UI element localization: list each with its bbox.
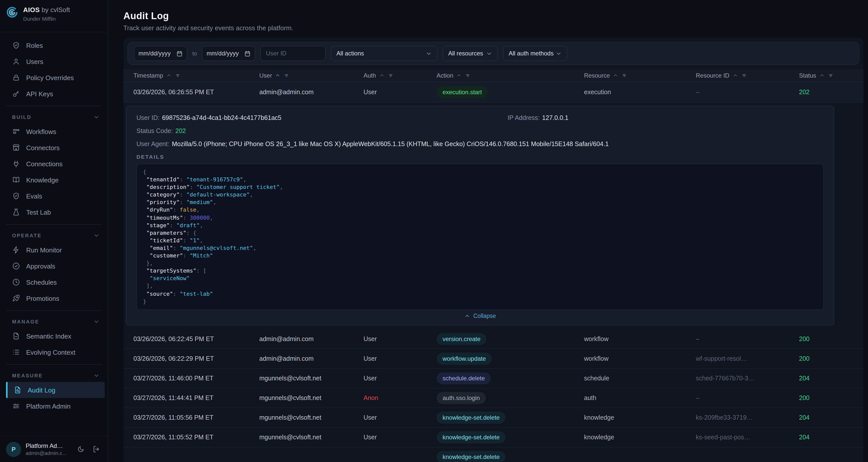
sidebar-item-policy-overrides[interactable]: Policy Overrides — [0, 69, 108, 86]
avatar[interactable]: P — [6, 441, 21, 457]
action-badge: execution.start — [436, 86, 488, 98]
user-email: admin@admin.c… — [26, 451, 70, 456]
chevron-up-icon — [613, 73, 619, 78]
sidebar-item-run-monitor[interactable]: Run Monitor — [0, 242, 108, 258]
chevron-down-icon — [555, 50, 562, 57]
date-to-value: mm/dd/yyyy — [207, 50, 239, 57]
audit-log-row[interactable]: 03/26/2026, 06:22:45 PM ETadmin@admin.co… — [123, 329, 864, 349]
sidebar-item-schedules[interactable]: Schedules — [0, 274, 108, 290]
audit-log-row[interactable]: 03/27/2026, 11:44:41 PM ETmgunnels@cvlso… — [123, 388, 864, 408]
audit-log-row[interactable]: 03/26/2026, 06:22:29 PM ETadmin@admin.co… — [123, 349, 864, 369]
column-header-auth[interactable]: Auth — [364, 72, 436, 79]
cell-resource: execution — [584, 89, 696, 96]
cell-action: knowledge-set.delete — [436, 431, 584, 443]
sidebar-section-manage[interactable]: MANAGE — [0, 315, 108, 328]
column-label: Resource — [584, 72, 610, 79]
cell-timestamp: 03/26/2026, 06:22:29 PM ET — [133, 355, 259, 362]
date-to-input[interactable]: mm/dd/yyyy — [202, 46, 255, 61]
cell-auth: User — [364, 434, 436, 441]
actions-select[interactable]: All actions — [331, 46, 437, 61]
sidebar-item-test-lab[interactable]: Test Lab — [0, 204, 108, 220]
column-label: Resource ID — [696, 72, 729, 79]
audit-log-row[interactable]: 03/26/2026, 06:26:55 PM ETadmin@admin.co… — [123, 82, 864, 103]
sidebar-item-platform-admin[interactable]: Platform Admin — [0, 398, 108, 414]
audit-log-row[interactable]: 03/27/2026, 11:05:56 PM ETmgunnels@cvlso… — [123, 408, 864, 428]
column-header-timestamp[interactable]: Timestamp — [133, 72, 259, 79]
sidebar-item-evolving-context[interactable]: Evolving Context — [0, 344, 108, 360]
cell-action: workflow.update — [436, 352, 584, 365]
sidebar-item-users[interactable]: Users — [0, 53, 108, 69]
sidebar-item-label: Semantic Index — [26, 332, 71, 340]
sidebar-item-label: Platform Admin — [26, 402, 70, 410]
sidebar-item-promotions[interactable]: Promotions — [0, 290, 108, 306]
sidebar-item-label: Knowledge — [26, 176, 59, 184]
filter-lines-icon — [828, 72, 834, 78]
cell-resource-id: wf-support-resol… — [696, 355, 799, 362]
sidebar-item-roles[interactable]: Roles — [0, 37, 108, 53]
sidebar-item-connectors[interactable]: Connectors — [0, 140, 108, 156]
cell-resource-id: – — [696, 394, 799, 401]
cell-resource: knowledge — [584, 414, 696, 421]
column-header-resource-id[interactable]: Resource ID — [696, 72, 799, 79]
cell-auth: User — [364, 355, 436, 362]
cell-status: 204 — [799, 375, 854, 382]
sidebar-divider — [6, 224, 102, 225]
lock-icon — [12, 74, 20, 82]
action-badge: version.create — [436, 333, 487, 345]
cell-auth: User — [364, 89, 436, 96]
audit-log-row[interactable]: 03/27/2026, 11:46:00 PM ETmgunnels@cvlso… — [123, 369, 864, 388]
zap-icon — [12, 246, 20, 254]
column-header-action[interactable]: Action — [436, 72, 584, 79]
table-rows-top: 03/26/2026, 06:26:55 PM ETadmin@admin.co… — [123, 82, 864, 103]
clock-icon — [12, 278, 20, 286]
filter-lines-icon — [622, 72, 628, 78]
sidebar-section-operate[interactable]: OPERATE — [0, 229, 108, 242]
collapse-button[interactable]: Collapse — [136, 313, 824, 319]
date-from-value: mm/dd/yyyy — [138, 50, 171, 57]
app-name: AIOS — [23, 6, 40, 13]
sidebar-nav: RolesUsersPolicy OverridesAPI Keys BUILD… — [0, 32, 108, 436]
column-header-user[interactable]: User — [259, 72, 364, 79]
logout-button[interactable] — [91, 443, 102, 455]
list-icon — [12, 348, 20, 356]
chevron-down-icon — [93, 232, 100, 238]
sidebar-section-measure[interactable]: MEASURE — [0, 369, 108, 382]
cell-auth: User — [364, 414, 436, 421]
sidebar-divider — [6, 106, 102, 106]
sidebar-item-evals[interactable]: Evals — [0, 188, 108, 204]
column-header-resource[interactable]: Resource — [584, 72, 696, 79]
theme-toggle-button[interactable] — [75, 443, 86, 455]
chevron-down-icon — [93, 318, 100, 325]
sidebar-section-build[interactable]: BUILD — [0, 110, 108, 123]
column-header-status[interactable]: Status — [799, 72, 854, 79]
filter-lines-icon — [175, 72, 181, 78]
cell-resource: knowledge — [584, 434, 696, 441]
user-meta: Platform Ad… admin@admin.c… — [26, 442, 70, 456]
sidebar-item-audit-log[interactable]: Audit Log — [6, 382, 105, 398]
auth-methods-select[interactable]: All auth methods — [503, 46, 567, 61]
chevron-up-icon — [732, 73, 738, 78]
audit-log-row[interactable]: 03/27/2026, 11:05:52 PM ETmgunnels@cvlso… — [123, 428, 864, 447]
chevron-up-icon — [166, 73, 172, 78]
cell-user: mgunnels@cvlsoft.net — [259, 414, 364, 421]
sidebar-item-connections[interactable]: Connections — [0, 156, 108, 172]
rocket-icon — [12, 294, 20, 302]
user-id-input[interactable] — [260, 46, 326, 61]
ip-label: IP Address: — [507, 114, 539, 121]
status-code-value: 202 — [176, 127, 186, 135]
sidebar-item-semantic-index[interactable]: Semantic Index — [0, 328, 108, 344]
app-root: AIOS by cvlSoft Dunder Mifflin RolesUser… — [0, 0, 868, 462]
cell-timestamp: 03/26/2026, 06:22:45 PM ET — [133, 335, 259, 342]
audit-log-row[interactable]: knowledge-set.delete — [123, 447, 864, 462]
sidebar-item-label: Policy Overrides — [26, 74, 74, 81]
resources-select[interactable]: All resources — [442, 46, 498, 61]
column-label: Action — [436, 72, 454, 79]
action-badge: workflow.update — [436, 352, 492, 365]
chevron-up-icon — [379, 73, 384, 78]
sidebar-item-api-keys[interactable]: API Keys — [0, 86, 108, 102]
date-from-input[interactable]: mm/dd/yyyy — [134, 46, 187, 61]
sidebar-item-workflows[interactable]: Workflows — [0, 123, 108, 140]
sidebar-item-approvals[interactable]: Approvals — [0, 258, 108, 274]
sidebar: AIOS by cvlSoft Dunder Mifflin RolesUser… — [0, 0, 108, 462]
sidebar-item-knowledge[interactable]: Knowledge — [0, 172, 108, 188]
